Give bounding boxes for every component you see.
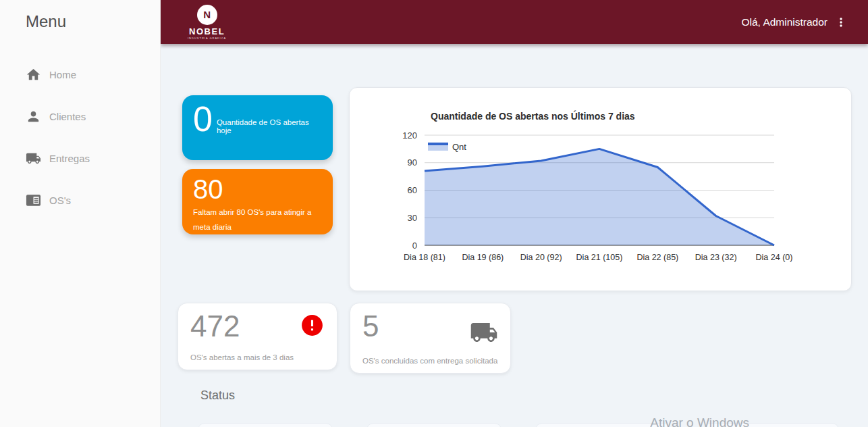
main-area: N NOBEL INDUSTRIA GRAFICA Olá, Administr… — [161, 0, 868, 427]
brand-name: NOBEL — [189, 27, 225, 36]
status-card-partial — [367, 423, 501, 427]
svg-text:Dia 19 (86): Dia 19 (86) — [462, 253, 504, 262]
sidebar-item-entregas[interactable]: Entregas — [0, 150, 160, 166]
top-row: 0 Quantidade de OS abertas hoje 80 Falta… — [182, 87, 852, 291]
open-today-card: 0 Quantidade de OS abertas hoje — [182, 95, 333, 160]
user-greeting: Olá, Administrador — [742, 16, 828, 28]
sidebar: Menu Home Clientes Entregas — [0, 0, 161, 427]
deliveries-label: OS's concluidas com entrega solicitada — [362, 357, 498, 365]
svg-text:60: 60 — [408, 185, 417, 195]
kpi-column: 0 Quantidade de OS abertas hoje 80 Falta… — [182, 95, 333, 234]
svg-text:30: 30 — [408, 213, 417, 223]
sidebar-nav: Home Clientes Entregas — [0, 66, 160, 208]
app-header: N NOBEL INDUSTRIA GRAFICA Olá, Administr… — [161, 0, 868, 44]
windows-activation-watermark: Ativar o Windows — [650, 416, 749, 427]
sidebar-item-label: Entregas — [49, 153, 90, 164]
delivery-truck-icon — [470, 313, 498, 349]
overdue-card: 472 OS's abertas a mais de 3 dias — [178, 303, 337, 370]
home-icon — [26, 67, 41, 82]
logo-circle: N — [197, 5, 217, 25]
svg-text:Dia 22 (85): Dia 22 (85) — [636, 253, 678, 262]
overdue-label: OS's abertas a mais de 3 dias — [190, 353, 325, 361]
header-right: Olá, Administrador — [742, 15, 868, 30]
daily-goal-label: Faltam abrir 80 OS's para atingir a meta… — [193, 205, 322, 235]
open-today-value: 0 — [193, 101, 213, 138]
chart-title: Quantidade de OS abertas nos Últimos 7 d… — [431, 111, 851, 122]
svg-text:120: 120 — [402, 130, 417, 141]
svg-text:Dia 23 (32): Dia 23 (32) — [695, 253, 737, 262]
svg-text:Qnt: Qnt — [452, 142, 466, 152]
error-icon — [300, 313, 325, 341]
sidebar-item-home[interactable]: Home — [0, 66, 160, 82]
logo-initial: N — [203, 9, 211, 20]
status-card-partial — [198, 423, 333, 427]
bottom-row: 472 OS's abertas a mais de 3 dias 5 OS's… — [178, 303, 868, 374]
nobel-logo: N NOBEL INDUSTRIA GRAFICA — [188, 5, 226, 40]
daily-goal-value: 80 — [193, 174, 322, 204]
sidebar-item-os[interactable]: OS's — [0, 192, 160, 208]
sidebar-item-clientes[interactable]: Clientes — [0, 108, 160, 124]
brand-subtitle: INDUSTRIA GRAFICA — [188, 37, 226, 40]
sidebar-item-label: Clientes — [49, 111, 86, 122]
dashboard-content: 0 Quantidade de OS abertas hoje 80 Falta… — [161, 44, 868, 427]
sidebar-item-label: OS's — [49, 195, 71, 206]
open-today-label: Quantidade de OS abertas hoje — [217, 118, 322, 134]
kebab-menu-icon[interactable] — [834, 15, 848, 30]
os-chart-card: Quantidade de OS abertas nos Últimos 7 d… — [349, 87, 852, 291]
svg-text:90: 90 — [408, 157, 417, 168]
overdue-value: 472 — [190, 310, 240, 343]
truck-icon — [26, 151, 41, 166]
svg-text:Dia 18 (81): Dia 18 (81) — [404, 253, 445, 262]
deliveries-card: 5 OS's concluidas com entrega solicitada — [350, 303, 511, 374]
sidebar-item-label: Home — [49, 69, 76, 80]
sidebar-menu-title: Menu — [26, 12, 160, 31]
reader-icon — [26, 193, 41, 208]
status-heading: Status — [200, 388, 868, 403]
person-icon — [26, 109, 41, 124]
svg-text:Dia 20 (92): Dia 20 (92) — [520, 253, 562, 262]
deliveries-value: 5 — [362, 310, 379, 343]
svg-text:0: 0 — [412, 241, 417, 251]
svg-text:Dia 24 (0): Dia 24 (0) — [756, 253, 793, 262]
os-chart-svg: 0306090120Dia 18 (81)Dia 19 (86)Dia 20 (… — [350, 123, 851, 282]
daily-goal-card: 80 Faltam abrir 80 OS's para atingir a m… — [182, 169, 333, 234]
svg-text:Dia 21 (105): Dia 21 (105) — [576, 253, 623, 262]
